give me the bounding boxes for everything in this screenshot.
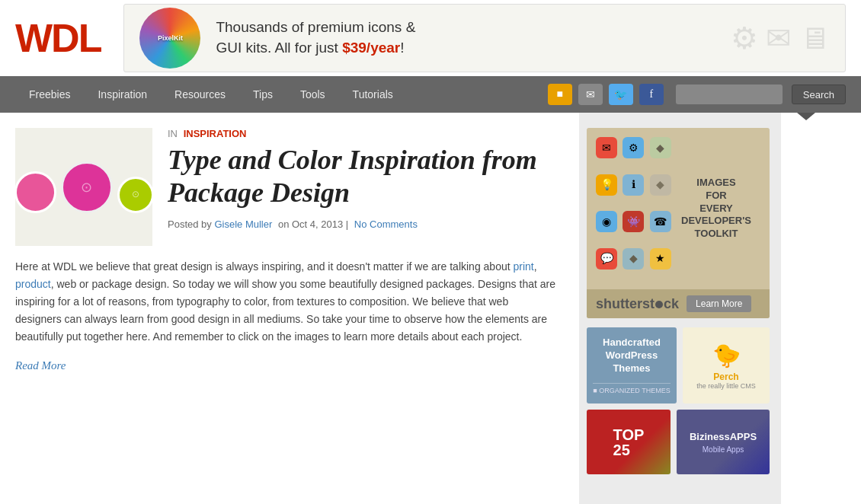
comments-link[interactable]: No Comments — [354, 219, 418, 230]
article-title: Type and Color Inspiration from Package … — [168, 144, 556, 209]
ss-icon-rss: ◉ — [596, 211, 617, 232]
biziness-sub: Mobile Apps — [703, 445, 744, 454]
header: WDL PixelKit Thousands of premium icons … — [0, 0, 861, 76]
read-more-link[interactable]: Read More — [15, 359, 66, 372]
ss-icon-bulb: 💡 — [596, 174, 617, 196]
top25-ad[interactable]: TOP25 — [587, 410, 671, 474]
ss-icon-info: ℹ — [623, 174, 644, 196]
search-button[interactable]: Search — [792, 85, 846, 104]
article-body: Here at WDL we believe that great design… — [15, 258, 556, 346]
meta-prefix: IN — [168, 128, 178, 139]
biziness-title: BizinessAPPS — [690, 431, 757, 442]
article-date: on Oct 4, 2013 | — [278, 219, 348, 230]
banner-text-block: Thousands of premium icons & GUI kits. A… — [216, 18, 415, 58]
nav-resources[interactable]: Resources — [161, 76, 239, 113]
banner-headline: Thousands of premium icons & — [216, 19, 415, 35]
ss-icon-msg: 💬 — [596, 248, 617, 270]
perch-subtitle: the really little CMS — [696, 382, 756, 390]
banner-price-suffix: ! — [400, 40, 404, 56]
ss-icon-mail: ✉ — [596, 137, 617, 158]
ss-icon-phone: ☎ — [650, 211, 671, 232]
article-header-block: IN INSPIRATION Type and Color Inspiratio… — [168, 128, 556, 246]
main-navigation: Freebies Inspiration Resources Tips Tool… — [0, 76, 861, 113]
sidebar-ads-row3: TOP25 BizinessAPPS Mobile Apps — [587, 410, 770, 474]
nav-links: Freebies Inspiration Resources Tips Tool… — [15, 76, 548, 113]
banner-price: $39/year — [342, 40, 400, 56]
search-input[interactable] — [676, 85, 783, 104]
sidebar: ✉ ⚙ ◆ 💡 ℹ ◆ ◉ 👾 ☎ 💬 ◆ ★ IMAGES FOR EVERY… — [579, 113, 781, 504]
author-link[interactable]: Gisele Muller — [214, 219, 272, 230]
nav-tutorials[interactable]: Tutorials — [339, 76, 407, 113]
twitter-icon[interactable]: 🐦 — [609, 84, 633, 105]
site-logo[interactable]: WDL — [15, 15, 101, 61]
shutterstock-top: ✉ ⚙ ◆ 💡 ℹ ◆ ◉ 👾 ☎ 💬 ◆ ★ IMAGES FOR EVERY… — [587, 128, 770, 289]
ss-icon-faded2: ◆ — [650, 174, 671, 196]
organized-themes-ad[interactable]: HandcraftedWordPressThemes ■ ORGANIZED T… — [587, 327, 677, 404]
body-text-2: , — [534, 260, 537, 273]
shutterstock-icons-grid: ✉ ⚙ ◆ 💡 ℹ ◆ ◉ 👾 ☎ 💬 ◆ ★ — [596, 137, 672, 280]
shutterstock-logo: shutterstck — [596, 296, 679, 312]
article-thumbnail: ⊙ ⊙ — [15, 128, 152, 246]
perch-bird-icon: 🐤 — [712, 342, 741, 368]
body-text-1: Here at WDL we believe that great design… — [15, 260, 514, 273]
nav-social-icons: ■ ✉ 🐦 f Search — [548, 84, 846, 105]
top25-label: TOP25 — [613, 427, 645, 458]
body-text-3: , web or package design. So today we wil… — [15, 278, 555, 343]
body-link-product[interactable]: product — [15, 278, 51, 290]
main-content: ⊙ ⊙ IN INSPIRATION Type and Color Inspir… — [0, 113, 861, 504]
perch-ad[interactable]: 🐤 Perch the really little CMS — [683, 327, 770, 404]
organized-themes-sub: ■ ORGANIZED THEMES — [593, 383, 671, 394]
ss-icon-settings: ⚙ — [623, 137, 644, 158]
banner-decoration: ⚙ ✉ 🖥 — [731, 21, 830, 56]
article-meta: IN INSPIRATION — [168, 128, 556, 139]
email-icon[interactable]: ✉ — [578, 84, 603, 105]
facebook-icon[interactable]: f — [639, 84, 664, 105]
pixelkit-icon: PixelKit — [139, 8, 200, 69]
nav-tools[interactable]: Tools — [286, 76, 339, 113]
shutterstock-learn-more[interactable]: Learn More — [687, 295, 751, 312]
body-link-print[interactable]: print — [514, 260, 534, 273]
nav-inspiration[interactable]: Inspiration — [84, 76, 161, 113]
article-byline: Posted by Gisele Muller on Oct 4, 2013 |… — [168, 219, 556, 230]
ss-icon-alien: 👾 — [623, 211, 644, 232]
posted-prefix: Posted by — [168, 219, 212, 230]
shutterstock-bottom: shutterstck Learn More — [587, 289, 770, 318]
sidebar-ads-row2: HandcraftedWordPressThemes ■ ORGANIZED T… — [587, 327, 770, 404]
shutterstock-tagline: IMAGES FOR EVERY DEVELOPER'S TOOLKIT — [681, 177, 751, 241]
nav-tips[interactable]: Tips — [239, 76, 286, 113]
shutterstock-text: IMAGES FOR EVERY DEVELOPER'S TOOLKIT — [681, 137, 751, 280]
perch-title: Perch — [713, 372, 738, 382]
biziness-apps-ad[interactable]: BizinessAPPS Mobile Apps — [677, 410, 770, 474]
ss-icon-star: ★ — [650, 248, 671, 270]
banner-subheadline: GUI kits. All for just — [216, 40, 342, 56]
ss-icon-faded1: ◆ — [650, 137, 671, 158]
rss-icon[interactable]: ■ — [548, 84, 572, 105]
thumb-image: ⊙ ⊙ — [15, 128, 152, 246]
pixelkit-label: PixelKit — [158, 34, 183, 43]
article-category[interactable]: INSPIRATION — [184, 128, 247, 139]
article-top: ⊙ ⊙ IN INSPIRATION Type and Color Inspir… — [15, 128, 556, 246]
banner-advertisement[interactable]: PixelKit Thousands of premium icons & GU… — [123, 4, 846, 72]
article-content: ⊙ ⊙ IN INSPIRATION Type and Color Inspir… — [0, 113, 579, 504]
thumb-decoration: ⊙ ⊙ — [15, 161, 152, 213]
nav-freebies[interactable]: Freebies — [15, 76, 84, 113]
ss-icon-faded3: ◆ — [623, 248, 644, 270]
shutterstock-ad[interactable]: ✉ ⚙ ◆ 💡 ℹ ◆ ◉ 👾 ☎ 💬 ◆ ★ IMAGES FOR EVERY… — [587, 128, 770, 318]
organized-themes-title: HandcraftedWordPressThemes — [603, 337, 661, 375]
